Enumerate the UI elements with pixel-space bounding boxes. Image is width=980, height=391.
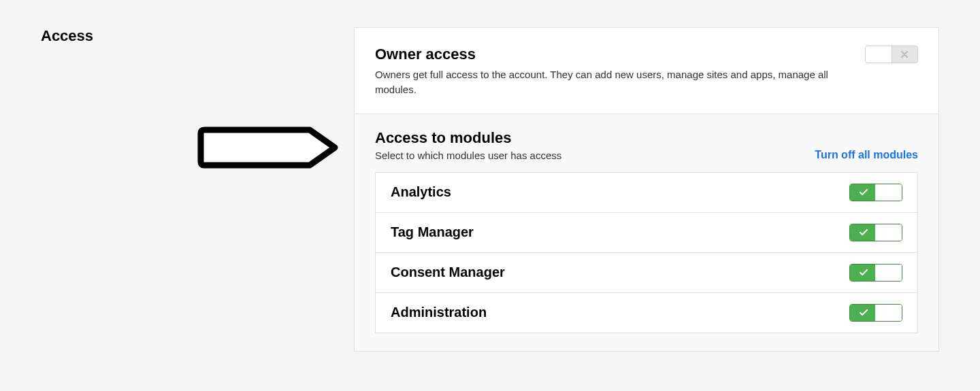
module-name: Tag Manager (391, 224, 474, 240)
module-name: Analytics (391, 184, 451, 200)
modules-subtitle: Select to which modules user has access (375, 150, 561, 161)
x-icon (891, 46, 917, 63)
modules-block: Access to modules Select to which module… (355, 114, 938, 351)
toggle-knob (866, 46, 892, 63)
module-row-analytics: Analytics (376, 173, 917, 213)
toggle-knob (875, 184, 902, 201)
module-toggle-analytics[interactable] (849, 184, 902, 201)
owner-access-toggle[interactable] (865, 46, 918, 63)
left-column: Access (41, 27, 340, 352)
module-row-consent-manager: Consent Manager (376, 253, 917, 293)
owner-access-title: Owner access (375, 46, 845, 63)
turn-off-all-link[interactable]: Turn off all modules (815, 149, 918, 161)
module-name: Consent Manager (391, 265, 505, 280)
owner-access-text: Owner access Owners get full access to t… (375, 46, 845, 97)
modules-title: Access to modules (375, 129, 561, 147)
toggle-knob (875, 305, 902, 321)
check-icon (850, 265, 877, 281)
section-title: Access (41, 27, 340, 45)
toggle-knob (875, 265, 902, 281)
module-row-administration: Administration (376, 293, 917, 333)
owner-access-description: Owners get full access to the account. T… (375, 67, 838, 97)
modules-header: Access to modules Select to which module… (375, 129, 918, 161)
module-row-tag-manager: Tag Manager (376, 213, 917, 253)
check-icon (850, 184, 877, 201)
modules-header-text: Access to modules Select to which module… (375, 129, 561, 161)
module-toggle-administration[interactable] (849, 304, 902, 322)
toggle-knob (875, 224, 902, 241)
module-toggle-consent-manager[interactable] (849, 264, 902, 282)
owner-access-block: Owner access Owners get full access to t… (355, 28, 938, 114)
module-name: Administration (391, 305, 487, 320)
module-toggle-tag-manager[interactable] (849, 224, 902, 241)
access-settings-panel: Access Owner access Owners get full acce… (0, 0, 980, 379)
access-card: Owner access Owners get full access to t… (354, 27, 939, 352)
check-icon (850, 305, 877, 321)
check-icon (850, 224, 877, 241)
pointer-tag-icon (197, 126, 340, 169)
module-rows: Analytics Tag Manager (375, 172, 918, 333)
